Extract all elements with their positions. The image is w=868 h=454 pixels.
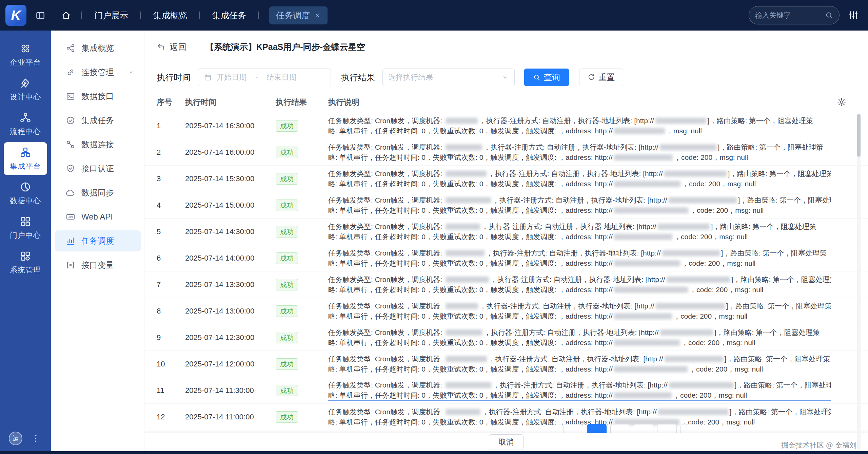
sidebar-item-label: 集成概览	[81, 43, 114, 54]
redacted-text	[446, 171, 487, 177]
primary-nav-enterprise-platform[interactable]: 企业平台	[4, 38, 47, 71]
tab-integration-overview[interactable]: 集成概览	[151, 6, 189, 24]
result-select-placeholder: 选择执行结果	[388, 72, 433, 82]
redacted-text	[614, 392, 672, 398]
refresh-icon	[588, 74, 595, 81]
sidebar-item-task-schedule[interactable]: 任务调度	[55, 230, 141, 251]
primary-nav-integration-platform[interactable]: 集成平台	[4, 142, 47, 175]
row-index: 2	[157, 148, 185, 157]
sidebar-item-interface-variable[interactable]: 接口变量	[55, 254, 141, 276]
home-button[interactable]	[61, 10, 71, 20]
more-menu-button[interactable]	[31, 433, 41, 443]
sidebar-item-label: 集成任务	[81, 115, 114, 126]
col-header-no: 序号	[157, 97, 185, 108]
sidebar-item-data-interface[interactable]: 数据接口	[55, 86, 141, 107]
primary-nav-system-management[interactable]: 系统管理	[4, 246, 47, 279]
redacted-text	[446, 382, 491, 388]
primary-nav-process-center[interactable]: 流程中心	[4, 108, 47, 140]
row-time: 2025-07-14 16:00:00	[185, 148, 276, 157]
search-input[interactable]	[755, 11, 825, 19]
status-badge: 成功	[276, 200, 298, 211]
data-sync-icon	[66, 188, 75, 197]
table-row[interactable]: 62025-07-14 14:00:00成功任务触发类型: Cron触发，调度机…	[144, 245, 868, 271]
main-content: 返回 【系统演示】KPaaS用户-同步-金蝶云星空 执行时间 开始日期 - 结束…	[144, 31, 868, 451]
sidebar-item-label: 连接管理	[81, 67, 114, 78]
table-row[interactable]: 42025-07-14 15:00:00成功任务触发类型: Cron触发，调度机…	[144, 192, 868, 219]
filter-button[interactable]	[848, 10, 859, 20]
cancel-button[interactable]: 取消	[489, 434, 524, 450]
row-description: 任务触发类型: Cron触发，调度机器: ，执行器-注册方式: 自动注册，执行器…	[328, 301, 831, 321]
tab-close-icon[interactable]	[314, 12, 321, 19]
tab-label: 集成概览	[153, 10, 187, 21]
tab-task-schedule[interactable]: 任务调度	[269, 6, 328, 24]
redacted-text	[446, 118, 478, 124]
table-settings-button[interactable]	[837, 97, 846, 107]
row-time: 2025-07-14 11:30:00	[185, 386, 276, 395]
row-description: 任务触发类型: Cron触发，调度机器: ，执行器-注册方式: 自动注册，执行器…	[328, 222, 831, 242]
design-center-icon	[20, 77, 31, 89]
table-row[interactable]: 32025-07-14 15:30:00成功任务触发类型: Cron触发，调度机…	[144, 166, 868, 192]
row-index: 1	[157, 121, 185, 130]
avatar[interactable]: 运	[9, 432, 22, 445]
scrollbar-thumb[interactable]	[857, 114, 861, 157]
web-api-icon: API	[66, 212, 75, 222]
scrollbar-track[interactable]	[857, 114, 861, 450]
row-time: 2025-07-14 15:00:00	[185, 201, 276, 210]
tab-portal-display[interactable]: 门户展示	[92, 6, 130, 24]
sidebar-item-integration-task[interactable]: 集成任务	[55, 110, 141, 131]
date-range-picker[interactable]: 开始日期 - 结束日期	[198, 69, 331, 86]
api-auth-icon	[66, 164, 75, 173]
sidebar-toggle-button[interactable]	[35, 10, 45, 20]
sidebar-item-connection-management[interactable]: 连接管理	[55, 62, 141, 83]
redacted-text	[614, 234, 672, 240]
table-header: 序号 执行时间 执行结果 执行说明	[144, 92, 868, 113]
redacted-text	[614, 154, 673, 160]
table-body: 12025-07-14 16:30:00成功任务触发类型: Cron触发，调度机…	[144, 113, 868, 430]
row-description: 任务触发类型: Cron触发，调度机器: ，执行器-注册方式: 自动注册，执行器…	[328, 275, 831, 295]
row-time: 2025-07-14 13:30:00	[185, 280, 276, 289]
sidebar-item-data-sync[interactable]: 数据同步	[55, 182, 141, 203]
topbar: K 门户展示集成概览集成任务任务调度	[0, 0, 868, 31]
reset-button[interactable]: 重置	[579, 69, 623, 86]
reset-button-label: 重置	[598, 72, 615, 83]
table-row[interactable]: 72025-07-14 13:30:00成功任务触发类型: Cron触发，调度机…	[144, 271, 868, 298]
table-row[interactable]: 112025-07-14 11:30:00成功任务触发类型: Cron触发，调度…	[144, 377, 868, 404]
row-description: 任务触发类型: Cron触发，调度机器: ，执行器-注册方式: 自动注册，执行器…	[328, 327, 831, 348]
table-row[interactable]: 22025-07-14 16:00:00成功任务触发类型: Cron触发，调度机…	[144, 139, 868, 166]
row-description: 任务触发类型: Cron触发，调度机器: ，执行器-注册方式: 自动注册，执行器…	[328, 169, 831, 189]
chevron-down-icon	[501, 74, 509, 81]
primary-nav-design-center[interactable]: 设计中心	[4, 73, 47, 106]
task-schedule-icon	[66, 236, 75, 246]
table-row[interactable]: 122025-07-14 11:00:00成功任务触发类型: Cron触发，调度…	[144, 404, 868, 430]
table-row[interactable]: 82025-07-14 13:00:00成功任务触发类型: Cron触发，调度机…	[144, 298, 868, 324]
search-icon[interactable]	[825, 11, 833, 19]
primary-nav-label: 门户中心	[10, 230, 41, 241]
query-button[interactable]: 查询	[524, 69, 569, 86]
primary-nav-data-center[interactable]: 数据中心	[4, 177, 47, 210]
redacted-text	[660, 144, 716, 150]
table-row[interactable]: 52025-07-14 14:30:00成功任务触发类型: Cron触发，调度机…	[144, 219, 868, 245]
result-select[interactable]: 选择执行结果	[382, 69, 515, 86]
tab-integration-task[interactable]: 集成任务	[210, 6, 248, 24]
row-description: 任务触发类型: Cron触发，调度机器: ，执行器-注册方式: 自动注册，执行器…	[328, 195, 831, 215]
table-row[interactable]: 92025-07-14 12:30:00成功任务触发类型: Cron触发，调度机…	[144, 324, 868, 351]
sidebar-item-web-api[interactable]: APIWeb API	[55, 206, 141, 227]
footer-bar: 取消	[144, 433, 868, 451]
topbar-search	[749, 6, 840, 24]
primary-nav-label: 系统管理	[10, 265, 41, 275]
sidebar-item-integration-overview[interactable]: 集成概览	[55, 38, 141, 59]
table-row[interactable]: 12025-07-14 16:30:00成功任务触发类型: Cron触发，调度机…	[144, 113, 868, 139]
enterprise-platform-icon	[20, 43, 31, 54]
app-logo[interactable]: K	[5, 5, 26, 26]
app-logo-letter: K	[11, 8, 21, 23]
sidebar-item-api-auth[interactable]: 接口认证	[55, 158, 141, 179]
row-time: 2025-07-14 16:30:00	[185, 121, 276, 130]
redacted-text	[656, 303, 725, 309]
sidebar-footer: 运	[0, 432, 51, 445]
tab-separator	[199, 12, 200, 19]
table-row[interactable]: 102025-07-14 12:00:00成功任务触发类型: Cron触发，调度…	[144, 351, 868, 377]
sidebar-item-data-connection[interactable]: 数据连接	[55, 134, 141, 155]
primary-nav-portal-center[interactable]: 门户中心	[4, 211, 47, 244]
integration-platform-icon	[20, 147, 31, 158]
back-button[interactable]: 返回	[157, 41, 186, 53]
